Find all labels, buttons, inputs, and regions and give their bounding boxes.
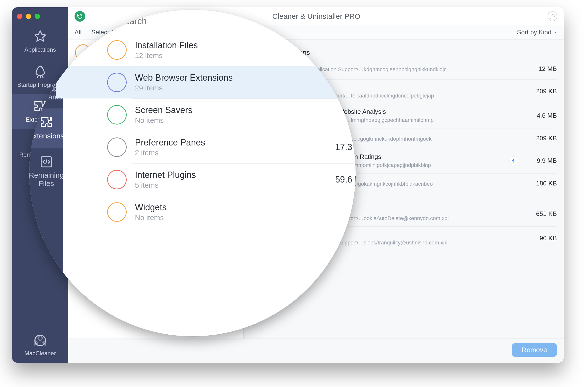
footer: Remove: [68, 339, 564, 363]
category-icon: [107, 202, 127, 222]
category-icon: [107, 137, 127, 157]
category-name: Widgets: [135, 202, 354, 213]
maccleaner-icon: [33, 333, 47, 347]
category-sub: No items: [135, 116, 354, 125]
extension-size: 4.6 MB: [523, 112, 557, 119]
rescan-button[interactable]: [75, 11, 85, 22]
applications-icon: [33, 30, 47, 44]
zoom-lens: Startup Programs Extensions Remaining Fi…: [29, 10, 356, 336]
feedback-button[interactable]: [547, 11, 557, 21]
extension-size: 12 MB: [523, 65, 557, 73]
extension-size: 180 KB: [523, 180, 557, 187]
rescan-icon: [77, 13, 83, 20]
category-name: Preference Panes: [135, 137, 327, 148]
puzzle-icon: [40, 116, 53, 129]
category-name: Screen Savers: [135, 105, 354, 115]
nav-label: MacCleaner: [24, 350, 56, 357]
category-icon: [107, 105, 127, 125]
category-row[interactable]: Screen SaversNo items--: [56, 99, 356, 131]
minimize-window-button[interactable]: [26, 14, 31, 19]
sort-label: Sort by Kind: [517, 28, 551, 36]
extension-size: 90 KB: [523, 235, 557, 242]
code-file-icon: [40, 155, 53, 169]
category-sub: 5 items: [135, 181, 327, 189]
chat-icon: [550, 14, 555, 19]
close-window-button[interactable]: [17, 14, 22, 19]
category-icon: [107, 73, 127, 92]
rocket-icon: [33, 65, 47, 79]
category-row[interactable]: Web Browser Extensions29 items234.2: [56, 66, 356, 98]
share-button[interactable]: [510, 157, 518, 165]
extension-size: 209 KB: [523, 134, 557, 142]
category-row[interactable]: WidgetsNo items--: [56, 196, 356, 228]
sort-button[interactable]: Sort by Kind: [517, 28, 557, 36]
category-name: Internet Plugins: [135, 170, 327, 180]
extension-size: 209 KB: [523, 87, 557, 95]
category-sub: 29 items: [135, 84, 337, 92]
extension-size: 651 KB: [523, 210, 557, 218]
category-row[interactable]: Preference Panes2 items17.3 MB: [56, 131, 356, 163]
category-row[interactable]: Internet Plugins5 items59.6 MB: [56, 164, 356, 196]
nav-label: Applications: [24, 46, 56, 53]
category-size: 17.3 MB: [335, 142, 356, 152]
category-icon: [107, 40, 127, 60]
category-sub: 2 items: [135, 149, 327, 157]
nav-maccleaner[interactable]: MacCleaner: [12, 327, 68, 363]
category-size: 59.6 MB: [335, 174, 356, 185]
category-sub: No items: [135, 214, 354, 222]
nav-applications[interactable]: Applications: [12, 24, 68, 59]
filter-all[interactable]: All: [75, 28, 82, 36]
extension-size: 9.9 MB: [523, 157, 557, 165]
chevron-down-icon: [553, 30, 557, 34]
category-icon: [107, 170, 127, 189]
window-controls: [12, 11, 68, 24]
remove-button[interactable]: Remove: [512, 343, 557, 357]
category-name: Web Browser Extensions: [135, 73, 337, 83]
share-icon: [511, 158, 516, 163]
maximize-window-button[interactable]: [35, 14, 40, 19]
